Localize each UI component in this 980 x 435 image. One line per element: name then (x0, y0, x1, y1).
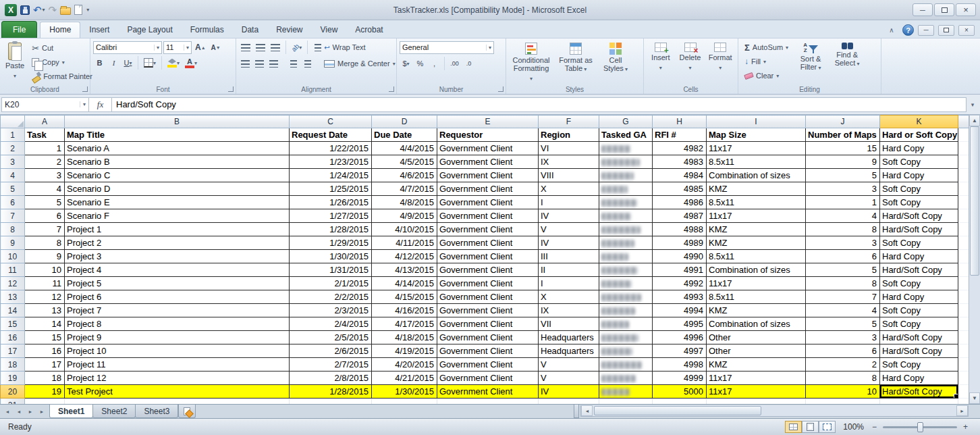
cell-H17[interactable]: 4997 (653, 344, 707, 358)
cell-J5[interactable]: 3 (806, 182, 880, 196)
cell-D6[interactable]: 4/8/2015 (372, 196, 437, 209)
cell-E20[interactable]: Government Client (437, 385, 539, 399)
cell-I2[interactable]: 11x17 (707, 142, 806, 155)
copy-button[interactable]: Copy (28, 55, 96, 69)
row-header-7[interactable]: 7 (1, 209, 25, 223)
cell-B14[interactable]: Project 7 (65, 304, 290, 317)
cell-C14[interactable]: 2/3/2015 (290, 304, 372, 317)
cell-E18[interactable]: Government Client (437, 358, 539, 372)
cell-G15[interactable] (599, 317, 653, 331)
cell-D9[interactable]: 4/11/2015 (372, 236, 437, 250)
cell-B17[interactable]: Project 10 (65, 344, 290, 358)
cell-A14[interactable]: 13 (25, 304, 65, 317)
cell-I1[interactable]: Map Size (707, 128, 806, 142)
minimize-button[interactable]: ─ (913, 3, 933, 16)
first-sheet-button[interactable]: ◄ (2, 406, 13, 417)
view-page-layout-button[interactable] (802, 421, 819, 433)
cell-E5[interactable]: Government Client (437, 182, 539, 196)
cell-F21[interactable] (539, 399, 599, 405)
cell-D21[interactable] (372, 399, 437, 405)
cell-J7[interactable]: 4 (806, 209, 880, 223)
cell-I21[interactable] (707, 399, 806, 405)
cell-B6[interactable]: Scenario E (65, 196, 290, 209)
cell-I12[interactable]: 11x17 (707, 277, 806, 290)
cell-J12[interactable]: 8 (806, 277, 880, 290)
open-button[interactable] (60, 4, 71, 16)
cell-C16[interactable]: 2/5/2015 (290, 331, 372, 344)
row-header-5[interactable]: 5 (1, 182, 25, 196)
cell-D8[interactable]: 4/10/2015 (372, 223, 437, 236)
cell-H7[interactable]: 4987 (653, 209, 707, 223)
cell-F12[interactable]: I (539, 277, 599, 290)
cell-D19[interactable]: 4/21/2015 (372, 372, 437, 385)
insert-cells-button[interactable]: + Insert (647, 40, 675, 84)
ribbon-tab-review[interactable]: Review (267, 22, 311, 38)
cell-G7[interactable] (599, 209, 653, 223)
cell-D1[interactable]: Due Date (372, 128, 437, 142)
row-header-10[interactable]: 10 (1, 250, 25, 263)
cell-C21[interactable] (290, 399, 372, 405)
zoom-out-button[interactable]: − (869, 422, 879, 432)
autosum-button[interactable]: ΣAutoSum (741, 41, 792, 54)
cell-E1[interactable]: Requestor (437, 128, 539, 142)
cell-E9[interactable]: Government Client (437, 236, 539, 250)
ribbon-tab-file[interactable]: File (1, 21, 37, 38)
cell-F14[interactable]: IX (539, 304, 599, 317)
cell-J18[interactable]: 2 (806, 358, 880, 372)
formula-input[interactable]: Hard/Soft Copy (112, 97, 967, 112)
cell-A9[interactable]: 8 (25, 236, 65, 250)
decrease-indent-button[interactable] (287, 57, 300, 70)
cell-A12[interactable]: 11 (25, 277, 65, 290)
cell-H8[interactable]: 4988 (653, 223, 707, 236)
cell-K13[interactable]: Hard Copy (880, 290, 958, 304)
cell-F15[interactable]: VII (539, 317, 599, 331)
scroll-up-button[interactable]: ▲ (969, 115, 980, 126)
ribbon-tab-acrobat[interactable]: Acrobat (346, 22, 391, 38)
cell-F18[interactable]: V (539, 358, 599, 372)
cell-A19[interactable]: 18 (25, 372, 65, 385)
row-header-4[interactable]: 4 (1, 169, 25, 182)
accounting-format-button[interactable]: $ (400, 57, 412, 70)
cell-E10[interactable]: Government Client (437, 250, 539, 263)
align-top-button[interactable] (239, 41, 252, 54)
cell-E14[interactable]: Government Client (437, 304, 539, 317)
row-header-13[interactable]: 13 (1, 290, 25, 304)
cell-F5[interactable]: X (539, 182, 599, 196)
cell-I7[interactable]: 11x17 (707, 209, 806, 223)
cell-D16[interactable]: 4/18/2015 (372, 331, 437, 344)
help-button[interactable]: ? (902, 24, 914, 36)
cell-A18[interactable]: 17 (25, 358, 65, 372)
cell-H21[interactable] (653, 399, 707, 405)
workbook-close-button[interactable]: × (958, 25, 975, 36)
alignment-dialog-launcher[interactable] (389, 86, 394, 92)
cell-H11[interactable]: 4991 (653, 263, 707, 277)
cell-G2[interactable] (599, 142, 653, 155)
format-painter-button[interactable]: Format Painter (28, 70, 96, 83)
row-header-9[interactable]: 9 (1, 236, 25, 250)
ribbon-tab-formulas[interactable]: Formulas (182, 22, 233, 38)
next-sheet-button[interactable]: ► (25, 406, 36, 417)
cell-G21[interactable] (599, 399, 653, 405)
cell-K10[interactable]: Hard Copy (880, 250, 958, 263)
column-header-C[interactable]: C (290, 116, 372, 128)
number-format-select[interactable]: General▾ (400, 41, 494, 54)
cell-E4[interactable]: Government Client (437, 169, 539, 182)
horizontal-scroll-thumb[interactable] (594, 406, 761, 415)
cell-E11[interactable]: Government Client (437, 263, 539, 277)
cell-G9[interactable] (599, 236, 653, 250)
cell-D14[interactable]: 4/16/2015 (372, 304, 437, 317)
save-button[interactable] (20, 4, 30, 16)
cell-J4[interactable]: 5 (806, 169, 880, 182)
cell-A11[interactable]: 10 (25, 263, 65, 277)
fill-button[interactable]: ↓Fill (741, 55, 792, 68)
cell-K9[interactable]: Soft Copy (880, 236, 958, 250)
cell-C8[interactable]: 1/28/2015 (290, 223, 372, 236)
cell-G11[interactable] (599, 263, 653, 277)
wrap-text-button[interactable]: ↩Wrap Text (311, 41, 369, 54)
cell-J8[interactable]: 8 (806, 223, 880, 236)
cell-H10[interactable]: 4990 (653, 250, 707, 263)
close-button[interactable]: × (956, 3, 976, 16)
row-header-21[interactable]: 21 (1, 399, 25, 405)
cell-D17[interactable]: 4/19/2015 (372, 344, 437, 358)
cell-I17[interactable]: Other (707, 344, 806, 358)
